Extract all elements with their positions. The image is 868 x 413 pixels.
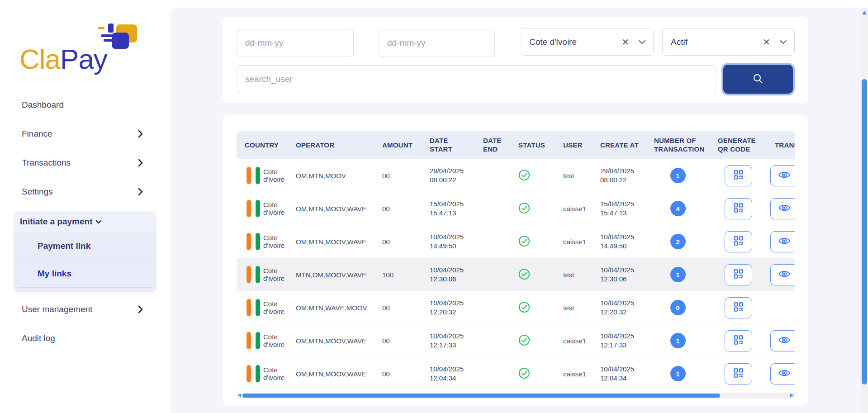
sidebar-item-audit-log[interactable]: Audit log <box>22 328 143 348</box>
generate-qr-button[interactable] <box>725 165 752 186</box>
clear-icon[interactable]: ✕ <box>621 38 629 47</box>
cell-trans <box>767 258 795 291</box>
vertical-scrollbar-thumb[interactable] <box>862 79 867 385</box>
cell-operator: OM,MTN,MOOV,WAVE <box>288 324 374 357</box>
cell-operator-value: OM,MTN,MOOV,WAVE <box>296 337 366 345</box>
view-transactions-button[interactable] <box>770 231 795 252</box>
generate-qr-button[interactable] <box>725 363 752 385</box>
sidebar-subitem-payment-link[interactable]: Payment link <box>18 233 152 260</box>
logo-text-primary: Cla <box>19 43 60 75</box>
transaction-count-badge: 1 <box>670 267 686 282</box>
sidebar-item-initiate-a-payment[interactable]: Initiate a payment <box>14 211 157 233</box>
chevron-right-icon <box>138 130 143 138</box>
chevron-down-icon[interactable] <box>779 40 787 44</box>
table-row: Cote d'ivoireOM,MTN,MOOV,WAVE0015/04/202… <box>237 192 795 225</box>
generate-qr-button[interactable] <box>725 297 752 318</box>
cell-operator-value: OM,MTN,MOOV <box>296 172 346 180</box>
table-row: Cote d'ivoireOM,MTN,WAVE,MOOV0010/04/202… <box>237 291 795 324</box>
cell-user: caisse1 <box>555 225 592 258</box>
chevron-down-icon[interactable] <box>638 40 646 44</box>
success-check-icon <box>518 169 530 182</box>
cell-create_at: 10/04/202514:49:50 <box>592 225 646 258</box>
cell-operator-value: OM,MTN,MOOV,WAVE <box>296 238 366 246</box>
eye-icon <box>778 236 791 247</box>
view-transactions-button[interactable] <box>770 330 795 351</box>
cell-number: 2 <box>646 225 710 258</box>
eye-icon <box>778 269 791 280</box>
sidebar-item-label: Transactions <box>22 158 71 168</box>
sidebar-item-dashboard[interactable]: Dashboard <box>22 95 143 115</box>
cell-operator-value: OM,MTN,MOOV,WAVE <box>296 205 366 213</box>
table-viewport: COUNTRYOPERATORAMOUNTDATE STARTDATE ENDS… <box>237 131 795 390</box>
view-transactions-button[interactable] <box>770 363 795 385</box>
sidebar-item-settings[interactable]: Settings <box>22 182 143 202</box>
country-select[interactable]: Cote d'ivoire ✕ <box>521 28 654 56</box>
date-start-input[interactable] <box>237 29 354 57</box>
generate-qr-button[interactable] <box>725 231 752 252</box>
date-end-input[interactable] <box>379 29 495 57</box>
sidebar: ClaPay DashboardFinanceTransactionsSetti… <box>0 0 171 413</box>
cell-amount-value: 100 <box>382 271 394 279</box>
clapay-logo: ClaPay <box>19 24 135 77</box>
cell-amount: 00 <box>374 324 422 357</box>
cell-user: caisse1 <box>555 324 592 357</box>
cell-qr <box>710 192 767 225</box>
view-transactions-button[interactable] <box>770 264 795 285</box>
cell-date_end <box>475 159 510 192</box>
cell-date_start-value: 10/04/202512:30:06 <box>430 266 464 284</box>
sidebar-item-finance[interactable]: Finance <box>22 124 143 144</box>
cell-country: Cote d'ivoire <box>237 159 288 192</box>
column-header-amount: AMOUNT <box>374 131 422 159</box>
cote-divoire-flag-icon <box>247 167 260 184</box>
column-header-label: COUNTRY <box>245 141 279 150</box>
horizontal-scrollbar-thumb[interactable] <box>242 394 720 398</box>
generate-qr-button[interactable] <box>725 264 752 285</box>
cell-operator: OM,MTN,MOOV,WAVE <box>288 192 374 225</box>
cell-amount-value: 00 <box>382 238 390 246</box>
generate-qr-button[interactable] <box>725 330 752 351</box>
clear-icon[interactable]: ✕ <box>763 38 770 47</box>
scroll-right-arrow-icon[interactable] <box>790 394 793 397</box>
search-user-input[interactable] <box>237 65 716 93</box>
cell-qr <box>710 258 767 291</box>
view-transactions-button[interactable] <box>770 165 795 186</box>
cell-country-value: Cote d'ivoire <box>263 201 288 217</box>
cell-operator-value: OM,MTN,WAVE,MOOV <box>296 304 367 312</box>
status-select[interactable]: Actif ✕ <box>662 28 795 56</box>
cell-trans <box>767 291 795 324</box>
search-button[interactable] <box>721 63 795 95</box>
cell-country: Cote d'ivoire <box>237 225 288 258</box>
cell-create_at: 10/04/202512:04:34 <box>592 357 646 390</box>
sidebar-item-transactions[interactable]: Transactions <box>22 153 143 173</box>
sidebar-subitem-my-links[interactable]: My links <box>18 260 152 288</box>
cote-divoire-flag-icon <box>247 332 260 349</box>
cell-amount: 100 <box>374 258 422 291</box>
column-header-label: AMOUNT <box>382 141 413 150</box>
sidebar-nav-bottom: User managementAudit log <box>22 299 143 357</box>
horizontal-scrollbar[interactable] <box>237 393 795 399</box>
sidebar-item-user-management[interactable]: User management <box>22 299 143 319</box>
cell-country: Cote d'ivoire <box>237 291 288 324</box>
cell-user-value: caisse1 <box>563 205 586 213</box>
cote-divoire-flag-icon <box>247 233 260 250</box>
cell-status <box>510 225 555 258</box>
generate-qr-button[interactable] <box>725 198 752 219</box>
sidebar-nav-top: DashboardFinanceTransactionsSettings <box>22 95 143 211</box>
cell-date_start-value: 10/04/202512:20:32 <box>430 299 464 317</box>
cell-amount: 00 <box>374 225 422 258</box>
table-body: Cote d'ivoireOM,MTN,MOOV0029/04/202508:0… <box>237 159 795 390</box>
cell-number: 4 <box>646 192 710 225</box>
cell-country: Cote d'ivoire <box>237 357 288 390</box>
sidebar-item-label: Audit log <box>22 333 55 343</box>
cell-date_end <box>475 225 510 258</box>
view-transactions-button[interactable] <box>770 198 795 219</box>
scroll-up-arrow-icon[interactable] <box>862 11 867 14</box>
cell-trans <box>767 225 795 258</box>
cell-date_start: 29/04/202508:00:22 <box>422 159 475 192</box>
cell-user-value: caisse1 <box>563 370 586 378</box>
vertical-scrollbar[interactable] <box>861 8 868 413</box>
cell-date_start-value: 15/04/202515:47:13 <box>430 199 464 218</box>
sidebar-item-label: Settings <box>22 187 53 197</box>
column-header-status: STATUS <box>510 131 555 159</box>
scroll-left-arrow-icon[interactable] <box>238 394 241 397</box>
